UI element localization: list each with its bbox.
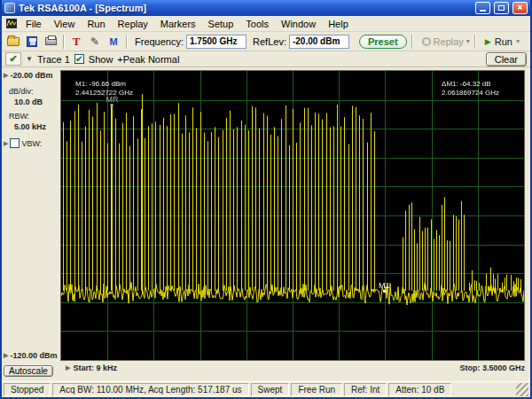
toolbar-separator [411,35,412,49]
menu-tools[interactable]: Tools [239,18,275,30]
ref-level-value[interactable]: -20.00 dBm [10,71,52,80]
trace-settings-bar: ✔ ▼ Trace 1 ✔ Show +Peak Normal Clear [2,51,530,67]
toolbar-separator [63,35,64,49]
trace-dropdown-arrow-icon[interactable]: ▼ [26,55,33,63]
vbw-label: VBW: [21,139,42,148]
menu-markers[interactable]: Markers [154,18,202,30]
menu-setup[interactable]: Setup [202,18,240,30]
check-icon: ✔ [9,53,17,65]
clear-button[interactable]: Clear [486,52,527,66]
app-icon [4,3,15,13]
db-div-value[interactable]: 10.0 dB [14,98,43,106]
status-run-state: Stopped [4,383,51,396]
maximize-button[interactable] [494,2,509,14]
run-label: Run [495,36,512,47]
replay-button[interactable]: Replay ▾ [422,36,470,47]
resize-grip[interactable] [516,383,528,396]
vbw-checkbox[interactable]: ✔ [10,138,20,148]
save-icon[interactable] [24,34,40,50]
menu-bar: File View Run Replay Markers Setup Tools… [2,16,530,32]
expander-icon[interactable]: ▶ [4,352,8,359]
spectrum-window-icon [6,19,17,28]
rbw-value[interactable]: 5.00 kHz [14,122,46,131]
chevron-down-icon: ▾ [516,37,520,45]
marker-readout-m1: M1: -96.66 dBm2.441252722 GHz [75,80,133,98]
start-frequency-label[interactable]: Start: 9 kHz [73,364,117,372]
pencil-tool-icon[interactable]: ✎ [87,34,103,50]
title-bar[interactable]: Tek RSA6100A - [Spectrum] × [2,0,530,16]
window-title: Tek RSA6100A - [Spectrum] [19,3,472,13]
print-icon[interactable] [43,34,59,50]
rbw-label: RBW: [9,112,29,121]
status-trigger-mode: Free Run [291,383,342,396]
toolbar: T ✎ M Frequency: RefLev: Preset Replay ▾… [2,32,530,51]
play-icon: ▶ [485,37,491,46]
menu-run[interactable]: Run [81,18,111,30]
show-checkbox[interactable]: ✔ [74,54,84,64]
toolbar-separator [126,35,127,49]
bottom-level-value[interactable]: -120.00 dBm [10,351,57,360]
status-sweep-mode: Swept [251,383,290,396]
spectrum-canvas[interactable] [61,71,524,360]
close-button[interactable]: × [512,2,528,14]
replay-label: Replay [434,36,464,47]
left-sidebar: ▶ -20.00 dBm dB/div: 10.0 dB RBW: 5.00 k… [2,67,60,381]
run-button[interactable]: ▶ Run ▾ [485,36,520,47]
minimize-button[interactable] [475,2,490,14]
menu-file[interactable]: File [20,18,48,30]
frequency-axis-labels: ▶ Start: 9 kHz Stop: 3.5000 GHz [60,361,530,375]
status-bar: Stopped Acq BW: 110.00 MHz, Acq Length: … [2,381,530,397]
frequency-input[interactable] [186,35,246,49]
main-area: ▶ -20.00 dBm dB/div: 10.0 dB RBW: 5.00 k… [2,67,530,381]
plot-column: M1: -96.66 dBm2.441252722 GHz ΔM1: -64.3… [60,67,530,381]
reflev-label: RefLev: [253,36,286,47]
trace-selector[interactable]: Trace 1 [37,54,70,65]
autoscale-button[interactable]: Autoscale [4,365,53,377]
toolbar-separator [474,35,475,49]
expander-icon[interactable]: ▶ [4,72,8,79]
menu-help[interactable]: Help [322,18,355,30]
preset-button[interactable]: Preset [359,35,407,49]
app-window: Tek RSA6100A - [Spectrum] × File View Ru… [0,0,532,399]
expander-icon[interactable]: ▶ [4,140,8,147]
show-label: Show [89,54,113,65]
menu-window[interactable]: Window [275,18,322,30]
open-file-icon[interactable] [5,34,21,50]
detector-label: +Peak Normal [117,54,179,65]
status-acq-info: Acq BW: 110.00 MHz, Acq Length: 517.187 … [52,383,248,396]
db-div-label: dB/div: [9,87,34,96]
text-tool-icon[interactable]: T [68,34,84,50]
menu-view[interactable]: View [48,18,82,30]
marker-readout-delta: ΔM1: -64.32 dB2.061869724 GHz [442,80,499,98]
frequency-label: Frequency: [135,36,184,47]
reflev-input[interactable] [289,35,349,49]
trace-valid-indicator: ✔ [5,52,21,66]
marker-table-icon[interactable]: M [106,34,121,50]
chevron-down-icon: ▾ [466,37,470,45]
status-ref-source: Ref: Int [344,383,387,396]
stop-frequency-label[interactable]: Stop: 3.5000 GHz [459,364,525,372]
expander-icon[interactable]: ▶ [66,364,70,372]
status-attenuation: Atten: 10 dB [388,383,451,396]
menu-replay[interactable]: Replay [112,18,154,30]
replay-icon [422,37,431,46]
spectrum-display[interactable]: M1: -96.66 dBm2.441252722 GHz ΔM1: -64.3… [60,70,525,361]
